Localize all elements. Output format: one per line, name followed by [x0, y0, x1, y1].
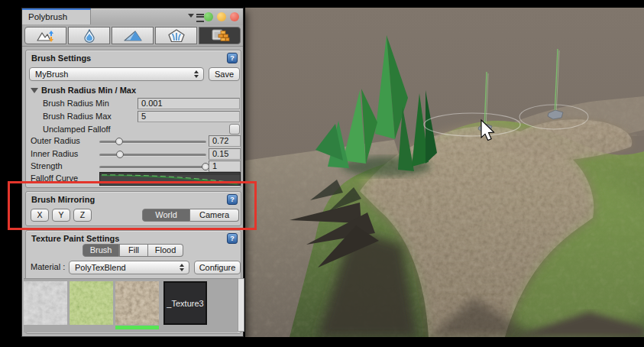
scene-terrain: [245, 8, 644, 337]
brush-radius-max-field[interactable]: 5: [138, 111, 240, 122]
polybrush-tab[interactable]: Polybrush: [22, 8, 91, 24]
radius-foldout-label[interactable]: Brush Radius Min / Max: [41, 86, 136, 95]
inner-radius-thumb[interactable]: [116, 151, 124, 158]
traffic-light-yellow[interactable]: [217, 12, 226, 21]
brush-radius-min-label: Brush Radius Min: [43, 99, 109, 108]
save-button[interactable]: Save: [209, 67, 240, 81]
polybrush-window: Polybrush: [21, 8, 244, 337]
unclamped-falloff-checkbox[interactable]: [229, 124, 240, 135]
scene-view[interactable]: [245, 8, 644, 337]
texture-brick-icon: [210, 28, 230, 44]
tab-list-icon[interactable]: [196, 14, 204, 22]
mirror-x-button[interactable]: X: [31, 209, 49, 222]
tool-smooth-button[interactable]: [68, 27, 110, 44]
smooth-droplet-icon: [83, 29, 95, 43]
material-dropdown[interactable]: PolyTexBlend: [69, 261, 189, 274]
brush-mirroring-section: Brush Mirroring ? X Y Z World Camera: [25, 191, 241, 226]
material-value: PolyTexBlend: [75, 263, 126, 272]
unclamped-falloff-label: Unclamped Falloff: [43, 125, 110, 134]
brush-preset-value: MyBrush: [35, 70, 68, 79]
mirror-space-segmented: World Camera: [142, 209, 239, 222]
brush-mode-toolbar: [22, 25, 243, 47]
texture-swatch-dirt[interactable]: [115, 281, 159, 325]
sculpt-mountain-icon: [36, 29, 56, 43]
help-icon[interactable]: ?: [227, 53, 238, 63]
falloff-curve-field[interactable]: [99, 172, 241, 186]
brush-settings-section: Brush Settings ? MyBrush Save Brush Radi…: [25, 50, 241, 188]
mode-brush-button[interactable]: Brush: [83, 244, 119, 257]
strength-label: Strength: [31, 161, 63, 170]
tool-sculpt-button[interactable]: [24, 27, 66, 44]
texture-palette: _Texture3: [24, 278, 238, 332]
material-label: Material :: [31, 262, 65, 271]
paint-mode-segmented: Brush Fill Flood: [83, 244, 183, 257]
traffic-light-red[interactable]: [230, 12, 239, 21]
brush-mirroring-title: Brush Mirroring: [31, 195, 95, 204]
chevron-updown-icon: [194, 70, 199, 78]
mirror-space-camera-button[interactable]: Camera: [190, 209, 239, 222]
texture-swatch-stone[interactable]: [24, 281, 67, 325]
traffic-light-green[interactable]: [204, 12, 213, 21]
tool-scatter-button[interactable]: [155, 27, 197, 44]
window-titlebar: Polybrush: [22, 8, 243, 26]
mirror-y-button[interactable]: Y: [52, 209, 70, 222]
selected-texture-indicator: [115, 326, 159, 329]
outer-radius-thumb[interactable]: [115, 138, 123, 145]
inner-radius-value[interactable]: 0.15: [209, 148, 241, 160]
texture-paint-section: Texture Paint Settings ? Brush Fill Floo…: [25, 230, 241, 334]
foldout-arrow-icon[interactable]: [31, 88, 38, 93]
help-icon[interactable]: ?: [227, 194, 238, 205]
outer-radius-label: Outer Radius: [31, 136, 80, 145]
tool-texture-paint-button[interactable]: [199, 27, 241, 44]
mirror-z-button[interactable]: Z: [73, 209, 92, 222]
outer-radius-value[interactable]: 0.72: [209, 135, 241, 147]
tab-menu-icon[interactable]: [188, 14, 194, 18]
brush-radius-min-field[interactable]: 0.001: [138, 98, 240, 109]
brush-preset-dropdown[interactable]: MyBrush: [29, 67, 204, 81]
outer-radius-slider[interactable]: [99, 141, 206, 144]
scatter-pentagon-icon: [167, 29, 186, 43]
texture-swatch-grass[interactable]: [70, 281, 113, 325]
mode-flood-button[interactable]: Flood: [148, 244, 183, 257]
falloff-curve-plot: [100, 173, 240, 185]
configure-button[interactable]: Configure: [194, 261, 241, 274]
paint-triangle-icon: [123, 30, 143, 42]
brush-radius-max-label: Brush Radius Max: [43, 112, 112, 121]
texture-swatch-texture3[interactable]: _Texture3: [163, 281, 207, 325]
palette-scrollbar[interactable]: [238, 278, 244, 332]
strength-value[interactable]: 1: [209, 161, 241, 172]
falloff-curve-label: Falloff Curve: [31, 174, 78, 183]
texture-paint-title: Texture Paint Settings: [31, 234, 119, 243]
strength-slider[interactable]: [99, 166, 206, 169]
mode-fill-button[interactable]: Fill: [119, 244, 148, 257]
editor-background: Polybrush: [0, 0, 644, 347]
tool-paint-button[interactable]: [112, 27, 154, 44]
mirror-space-world-button[interactable]: World: [142, 209, 190, 222]
chevron-updown-icon: [180, 264, 185, 271]
brush-settings-title: Brush Settings: [31, 54, 91, 63]
inner-radius-label: Inner Radius: [31, 149, 78, 158]
texture3-label: _Texture3: [167, 299, 203, 308]
help-icon[interactable]: ?: [227, 233, 238, 244]
inner-radius-slider[interactable]: [99, 154, 206, 157]
